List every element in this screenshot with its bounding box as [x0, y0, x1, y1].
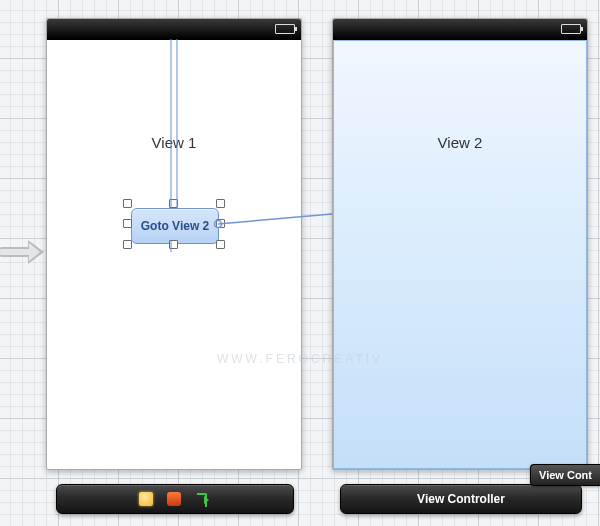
first-responder-icon[interactable]	[139, 492, 153, 506]
battery-icon	[561, 24, 581, 34]
floating-label: View Cont	[530, 464, 600, 486]
initial-scene-arrow-icon	[0, 232, 46, 272]
exit-icon[interactable]	[195, 492, 211, 506]
label-view-2: View 2	[333, 134, 587, 151]
button-title: Goto View 2	[141, 219, 209, 233]
label-view-1: View 1	[47, 134, 301, 151]
scene1-dock[interactable]	[56, 484, 294, 514]
goto-view-2-button[interactable]: Goto View 2	[131, 208, 219, 244]
storyboard-canvas[interactable]: View 1 Goto View 2 View 2	[0, 0, 600, 526]
scene-view-1[interactable]: View 1 Goto View 2	[46, 18, 302, 470]
dock-title: View Controller	[417, 492, 505, 506]
scene1-root-view[interactable]: View 1 Goto View 2	[47, 40, 301, 469]
scene2-root-view[interactable]: View 2	[333, 40, 587, 469]
status-bar	[333, 19, 587, 40]
scene-view-2[interactable]: View 2	[332, 18, 588, 470]
view-controller-icon[interactable]	[167, 492, 181, 506]
battery-icon	[275, 24, 295, 34]
status-bar	[47, 19, 301, 40]
scene2-dock[interactable]: View Controller	[340, 484, 582, 514]
